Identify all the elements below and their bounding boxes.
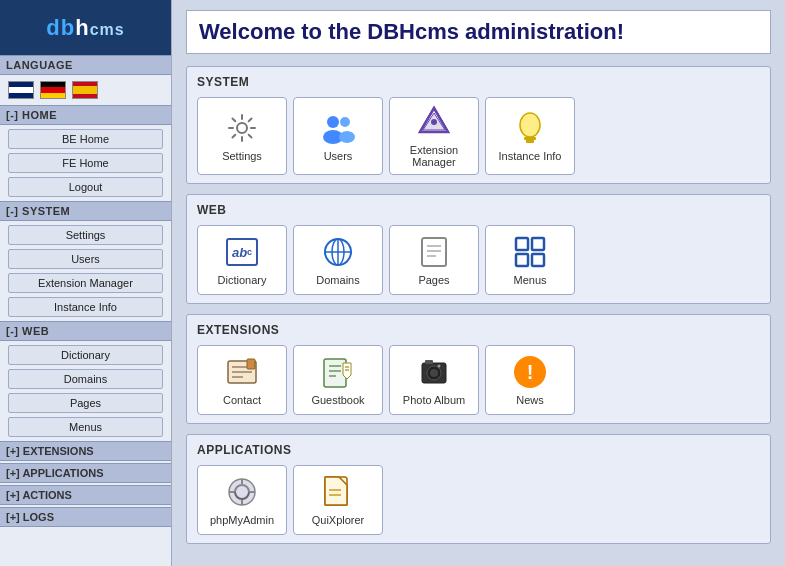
ext-guestbook-card[interactable]: Guestbook [293, 345, 383, 415]
svg-point-0 [237, 123, 247, 133]
menus-icon [512, 234, 548, 270]
system-section-title: System [197, 75, 760, 89]
svg-point-1 [327, 116, 339, 128]
svg-rect-23 [532, 254, 544, 266]
sidebar-logs-toggle[interactable]: [+] Logs [0, 507, 171, 527]
instance-info-icon [512, 110, 548, 146]
users-icon [320, 110, 356, 146]
sidebar-item-extension-manager[interactable]: Extension Manager [8, 273, 163, 293]
pages-label: Pages [418, 274, 449, 286]
ext-photo-album-card[interactable]: Photo Album [389, 345, 479, 415]
web-dictionary-card[interactable]: abc Dictionary [197, 225, 287, 295]
logo-area: dbhcms [0, 0, 171, 55]
system-section: System Settings [186, 66, 771, 184]
svg-rect-11 [524, 137, 536, 140]
settings-icon [224, 110, 260, 146]
system-users-card[interactable]: Users [293, 97, 383, 175]
instance-info-label: Instance Info [499, 150, 562, 162]
extensions-items-row: Contact Guestbook [197, 345, 760, 415]
web-section-title: Web [197, 203, 760, 217]
dictionary-icon: abc [224, 234, 260, 270]
flag-german[interactable] [40, 81, 66, 99]
svg-rect-39 [425, 360, 433, 364]
svg-point-4 [339, 131, 355, 143]
extension-manager-icon [416, 104, 452, 140]
page-title: Welcome to the DBHcms administration! [186, 10, 771, 54]
menus-label: Menus [513, 274, 546, 286]
sidebar-item-settings[interactable]: Settings [8, 225, 163, 245]
quixplorer-icon [320, 474, 356, 510]
sidebar-item-pages[interactable]: Pages [8, 393, 163, 413]
sidebar-item-fe-home[interactable]: FE Home [8, 153, 163, 173]
app-quixplorer-card[interactable]: QuiXplorer [293, 465, 383, 535]
sidebar-home-header: [-] Home [0, 105, 171, 125]
guestbook-icon [320, 354, 356, 390]
svg-point-3 [340, 117, 350, 127]
web-menus-card[interactable]: Menus [485, 225, 575, 295]
sidebar-item-be-home[interactable]: BE Home [8, 129, 163, 149]
applications-items-row: phpMyAdmin QuiXplorer [197, 465, 760, 535]
news-icon: ! [512, 354, 548, 390]
domains-label: Domains [316, 274, 359, 286]
svg-rect-28 [247, 359, 255, 369]
guestbook-label: Guestbook [311, 394, 364, 406]
ext-contact-card[interactable]: Contact [197, 345, 287, 415]
logo: dbhcms [46, 15, 124, 41]
settings-label: Settings [222, 150, 262, 162]
system-ext-manager-card[interactable]: Extension Manager [389, 97, 479, 175]
sidebar-item-logout[interactable]: Logout [8, 177, 163, 197]
sidebar-item-instance-info[interactable]: Instance Info [8, 297, 163, 317]
sidebar: dbhcms Language [-] Home BE Home FE Home… [0, 0, 172, 566]
dictionary-label: Dictionary [218, 274, 267, 286]
svg-rect-21 [532, 238, 544, 250]
flag-english[interactable] [8, 81, 34, 99]
svg-point-8 [431, 119, 437, 125]
web-section: Web abc Dictionary Domains [186, 194, 771, 304]
app-phpmyadmin-card[interactable]: phpMyAdmin [197, 465, 287, 535]
users-label: Users [324, 150, 353, 162]
extensions-section-title: Extensions [197, 323, 760, 337]
sidebar-item-users[interactable]: Users [8, 249, 163, 269]
web-pages-card[interactable]: Pages [389, 225, 479, 295]
web-items-row: abc Dictionary Domains [197, 225, 760, 295]
svg-rect-16 [422, 238, 446, 266]
sidebar-actions-toggle[interactable]: [+] Actions [0, 485, 171, 505]
svg-point-38 [438, 365, 441, 368]
system-settings-card[interactable]: Settings [197, 97, 287, 175]
watermark: 源码之家www.mycodes.net [186, 554, 771, 566]
news-label: News [516, 394, 544, 406]
pages-icon [416, 234, 452, 270]
svg-point-37 [430, 369, 438, 377]
flag-spanish[interactable] [72, 81, 98, 99]
language-flags [0, 75, 171, 105]
sidebar-item-menus[interactable]: Menus [8, 417, 163, 437]
contact-label: Contact [223, 394, 261, 406]
quixplorer-label: QuiXplorer [312, 514, 365, 526]
main-content: Welcome to the DBHcms administration! Sy… [172, 0, 785, 566]
phpmyadmin-icon [224, 474, 260, 510]
sidebar-web-header: [-] Web [0, 321, 171, 341]
sidebar-applications-toggle[interactable]: [+] Applications [0, 463, 171, 483]
system-items-row: Settings Users [197, 97, 760, 175]
system-instance-info-card[interactable]: Instance Info [485, 97, 575, 175]
phpmyadmin-label: phpMyAdmin [210, 514, 274, 526]
contact-icon [224, 354, 260, 390]
web-domains-card[interactable]: Domains [293, 225, 383, 295]
sidebar-item-dictionary[interactable]: Dictionary [8, 345, 163, 365]
applications-section-title: Applications [197, 443, 760, 457]
ext-news-card[interactable]: ! News [485, 345, 575, 415]
extension-manager-label: Extension Manager [396, 144, 472, 168]
svg-rect-20 [516, 238, 528, 250]
sidebar-language-header: Language [0, 55, 171, 75]
domains-icon [320, 234, 356, 270]
sidebar-extensions-toggle[interactable]: [+] Extensions [0, 441, 171, 461]
svg-rect-22 [516, 254, 528, 266]
photo-album-icon [416, 354, 452, 390]
extensions-section: Extensions Contact [186, 314, 771, 424]
sidebar-system-header: [-] System [0, 201, 171, 221]
svg-point-9 [520, 113, 540, 137]
applications-section: Applications phpMyAdmi [186, 434, 771, 544]
photo-album-label: Photo Album [403, 394, 465, 406]
sidebar-item-domains[interactable]: Domains [8, 369, 163, 389]
